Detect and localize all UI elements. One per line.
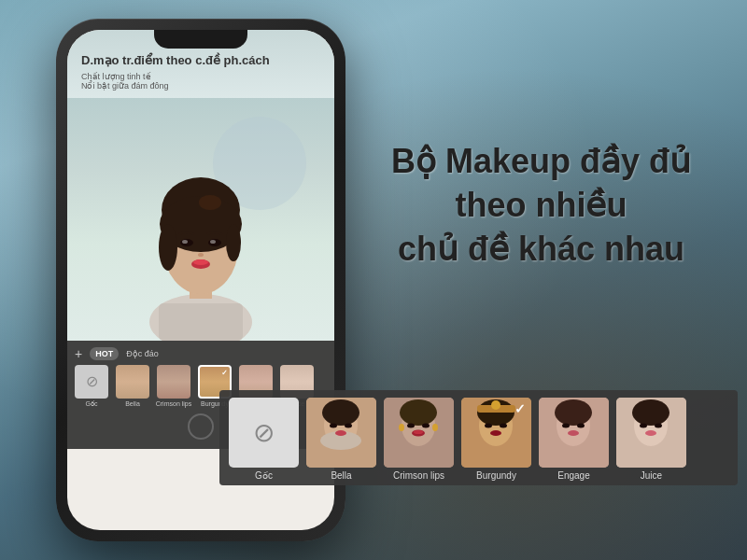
- svg-point-21: [345, 424, 352, 428]
- svg-point-7: [226, 224, 241, 261]
- svg-rect-1: [159, 303, 243, 341]
- hot-tab[interactable]: HOT: [90, 347, 119, 360]
- svg-point-27: [422, 424, 430, 428]
- filter-item-bella[interactable]: Bella: [114, 365, 151, 408]
- svg-point-22: [335, 430, 346, 436]
- svg-point-42: [555, 399, 592, 426]
- svg-point-25: [400, 399, 437, 426]
- svg-point-15: [199, 195, 221, 210]
- large-filter-goc[interactable]: ⊘ Gốc: [229, 398, 299, 481]
- add-filter-icon[interactable]: +: [75, 346, 82, 361]
- svg-point-37: [490, 430, 501, 436]
- svg-point-26: [407, 424, 415, 428]
- portrait-image: [135, 126, 266, 341]
- large-filter-crimson[interactable]: Crimson lips: [384, 398, 454, 481]
- large-filter-row: ⊘ Gốc Bella: [229, 398, 728, 481]
- large-filter-strip: ⊘ Gốc Bella: [219, 390, 738, 485]
- svg-point-43: [562, 424, 570, 428]
- svg-point-49: [640, 424, 647, 428]
- phone-notch: [154, 30, 247, 49]
- svg-point-35: [485, 424, 492, 428]
- large-filter-engage[interactable]: Engage: [539, 398, 609, 481]
- svg-point-36: [500, 424, 507, 428]
- unique-tab[interactable]: Độc đáo: [126, 349, 159, 358]
- screen-subtitle: Chất lượng tinh tế Nổi bật giữa đám đông: [81, 72, 320, 91]
- svg-point-39: [491, 400, 500, 410]
- filter-item-goc[interactable]: ⊘ Gốc: [73, 365, 110, 408]
- svg-point-29: [414, 430, 423, 434]
- svg-point-48: [632, 399, 669, 426]
- svg-point-10: [182, 240, 188, 244]
- svg-point-20: [330, 424, 337, 428]
- svg-point-50: [655, 424, 662, 428]
- svg-point-12: [198, 253, 204, 257]
- headline-section: Bộ Makeup đầy đủ theo nhiều chủ đề khác …: [391, 140, 691, 271]
- svg-point-31: [432, 424, 438, 431]
- svg-point-30: [399, 424, 404, 431]
- svg-point-6: [159, 224, 177, 271]
- large-filter-juice[interactable]: Juice: [616, 398, 686, 481]
- headline: Bộ Makeup đầy đủ theo nhiều chủ đề khác …: [391, 140, 691, 271]
- filter-tabs: + HOT Độc đáo: [67, 346, 334, 361]
- large-filter-bella[interactable]: Bella: [306, 398, 376, 481]
- large-filter-burgundy[interactable]: ✓ Burgundy: [461, 398, 531, 481]
- svg-point-45: [568, 430, 579, 436]
- svg-point-44: [577, 424, 585, 428]
- screen-title: D.mạo tr.điểm theo c.đề ph.cách: [81, 53, 320, 69]
- filter-item-crimson[interactable]: Crimson lips: [155, 365, 192, 408]
- juice-label: Juice: [641, 470, 662, 481]
- svg-point-11: [210, 240, 216, 244]
- portrait-area: [67, 98, 334, 341]
- svg-point-14: [193, 259, 208, 265]
- home-button[interactable]: [188, 413, 214, 440]
- svg-point-18: [322, 399, 359, 426]
- svg-point-51: [645, 430, 656, 436]
